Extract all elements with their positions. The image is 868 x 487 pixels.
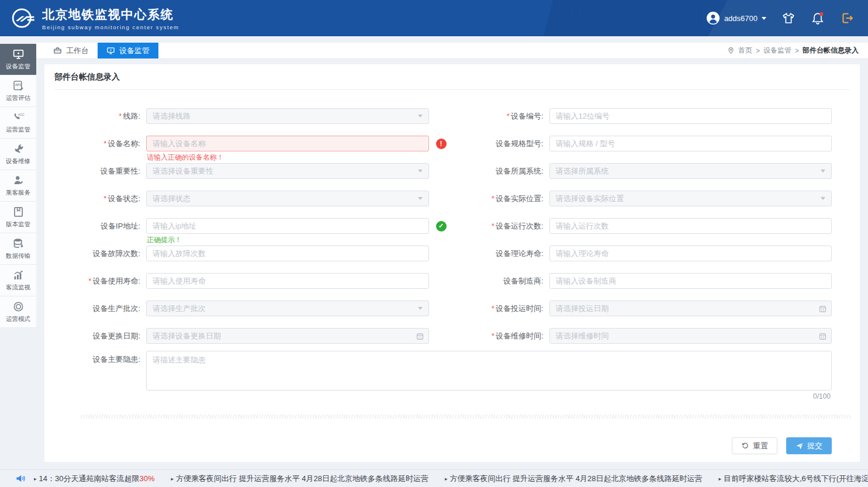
afc-document-icon: AFC — [12, 80, 25, 92]
tab-bar: 工作台 设备监管 首页 > 设备监管 > 部件台帐信息录入 — [36, 43, 868, 59]
breadcrumb: 首页 > 设备监管 > 部件台帐信息录入 — [727, 43, 859, 58]
sidebar-item-passenger-flow[interactable]: 客流监视 — [0, 265, 36, 296]
sidebar-item-passenger-service[interactable]: 乘客服务 — [0, 170, 36, 202]
device-importance-select[interactable]: 请选择设备重要性 — [146, 163, 429, 179]
page-title: 部件台帐信息录入 — [44, 72, 860, 89]
form-row: *设备投运时间: — [476, 295, 832, 322]
avatar-icon — [706, 11, 720, 25]
chevron-down-icon — [418, 170, 423, 172]
form-row: *设备名称: ! 请输入正确的设备名称！ — [72, 130, 429, 157]
sidebar-item-operation-monitor[interactable]: ACC 运营监管 — [0, 107, 36, 139]
app-header: 北京地铁监视中心系统 Beijing subway monitoring cen… — [0, 0, 868, 36]
tab-workbench[interactable]: 工作台 — [44, 43, 98, 58]
device-name-input[interactable] — [146, 136, 429, 151]
form-row: *设备状态: 请选择状态 — [72, 185, 429, 212]
breadcrumb-section[interactable]: 设备监管 — [763, 46, 791, 56]
commission-date-input[interactable] — [549, 301, 832, 316]
form-row: *设备使用寿命: — [72, 267, 429, 295]
svg-text:ACC: ACC — [18, 113, 25, 116]
production-batch-select[interactable]: 请选择生产批次 — [146, 301, 429, 316]
bookmark-icon — [12, 206, 25, 218]
hazard-textarea[interactable] — [146, 351, 832, 391]
speaker-icon — [15, 473, 26, 484]
form-row: *设备实际位置: 请选择设备实际位置 — [476, 185, 832, 212]
form-card: 部件台帐信息录入 *线路: 请选择线路 — [44, 64, 860, 462]
sidebar-item-version-monitor[interactable]: 版本监管 — [0, 202, 36, 233]
replace-date-input[interactable] — [146, 328, 429, 344]
location-pin-icon — [727, 47, 735, 54]
brand: 北京地铁监视中心系统 Beijing subway monitoring cen… — [11, 5, 179, 31]
user-menu[interactable]: adds6700 — [706, 11, 766, 25]
form-row: 设备IP地址: ✓ 正确提示！ — [72, 212, 429, 240]
device-location-select[interactable]: 请选择设备实际位置 — [549, 191, 832, 206]
paper-plane-icon — [796, 442, 804, 450]
svg-text:AFC: AFC — [15, 83, 22, 87]
ticker-item: ▸方便乘客夜间出行 提升运营服务水平 4月28日起北京地铁多条线路延时运营 — [445, 474, 702, 484]
sidebar-item-device-repair[interactable]: 设备维修 — [0, 139, 36, 170]
maintenance-date-input[interactable] — [549, 328, 832, 344]
device-ip-input[interactable] — [146, 218, 429, 234]
breadcrumb-current: 部件台帐信息录入 — [803, 46, 859, 56]
device-no-input[interactable] — [549, 108, 832, 124]
database-icon — [12, 237, 25, 250]
wrench-icon — [12, 143, 25, 155]
submit-button[interactable]: 提交 — [786, 437, 832, 454]
monitor-icon — [106, 46, 115, 55]
theme-skin-button[interactable] — [781, 11, 796, 25]
form-row: 设备更换日期: — [72, 322, 429, 350]
theoretical-life-input[interactable] — [549, 246, 832, 261]
subway-logo-icon — [11, 5, 36, 31]
device-form: *线路: 请选择线路 *设备名称: — [44, 90, 860, 350]
monitor-icon — [12, 48, 25, 60]
error-icon: ! — [436, 139, 447, 149]
device-service-life-input[interactable] — [146, 273, 429, 289]
reset-button[interactable]: 重置 — [732, 437, 777, 454]
form-row: 设备故障次数: — [72, 240, 429, 267]
device-model-input[interactable] — [549, 136, 832, 151]
sidebar-item-operation-mode[interactable]: 运营模式 — [0, 296, 36, 328]
form-row: 设备主要隐患: — [44, 350, 860, 391]
char-counter: 0/100 — [44, 391, 860, 400]
bullet-triangle-icon: ▸ — [171, 476, 174, 482]
breadcrumb-home[interactable]: 首页 — [738, 46, 752, 56]
refresh-icon — [741, 442, 749, 450]
manufacturer-input[interactable] — [549, 273, 832, 289]
chevron-down-icon — [418, 307, 423, 310]
form-row: *设备维修时间: — [476, 322, 832, 350]
app-subtitle: Beijing subway monitoring center system — [42, 24, 179, 30]
line-select[interactable]: 请选择线路 — [146, 108, 429, 124]
sidebar: 设备监管 AFC 运营评估 ACC 运营监管 设备维修 乘客服务 版本监管 — [0, 36, 36, 469]
username: adds6700 — [724, 14, 758, 23]
app-title: 北京地铁监视中心系统 — [42, 6, 179, 23]
chevron-down-icon — [418, 197, 423, 200]
ticker-item: ▸14：30分天通苑南站客流超限30% — [34, 474, 154, 484]
sidebar-item-device-monitor[interactable]: 设备监管 — [0, 44, 36, 75]
logout-button[interactable] — [840, 11, 854, 25]
ticker-highlight: 30% — [139, 474, 154, 483]
run-count-input[interactable] — [549, 218, 832, 234]
form-row: 设备重要性: 请选择设备重要性 — [72, 157, 429, 185]
acc-phone-icon: ACC — [12, 111, 25, 123]
bullet-triangle-icon: ▸ — [445, 476, 448, 482]
bar-chart-icon — [12, 269, 25, 281]
device-system-select[interactable]: 请选择所属系统 — [549, 163, 832, 179]
form-row: 设备制造商: — [476, 267, 832, 295]
success-icon: ✓ — [436, 221, 447, 232]
chevron-down-icon — [762, 17, 766, 20]
device-fault-count-input[interactable] — [146, 246, 429, 261]
device-status-select[interactable]: 请选择状态 — [146, 191, 429, 206]
chevron-down-icon — [418, 115, 423, 118]
bullet-triangle-icon: ▸ — [34, 476, 37, 482]
form-row: *设备运行次数: — [476, 212, 832, 240]
news-ticker: ▸14：30分天通苑南站客流超限30% ▸方便乘客夜间出行 提升运营服务水平 4… — [0, 469, 868, 487]
form-row: *线路: 请选择线路 — [72, 102, 429, 130]
tab-device-monitor[interactable]: 设备监管 — [98, 43, 158, 58]
sidebar-item-data-transfer[interactable]: 数据传输 — [0, 233, 36, 265]
ticker-item: ▸目前呼家楼站客流较大,6号线下行(开往海淀五路居方向)在呼家楼站采取部分在呼家… — [718, 474, 868, 484]
notifications-bell-icon[interactable] — [811, 11, 825, 25]
form-row: 设备所属系统: 请选择所属系统 — [476, 157, 832, 185]
chevron-down-icon — [821, 197, 825, 200]
app-root: 北京地铁监视中心系统 Beijing subway monitoring cen… — [0, 0, 868, 487]
form-row: 设备理论寿命: — [476, 240, 832, 267]
sidebar-item-operation-eval[interactable]: AFC 运营评估 — [0, 75, 36, 107]
